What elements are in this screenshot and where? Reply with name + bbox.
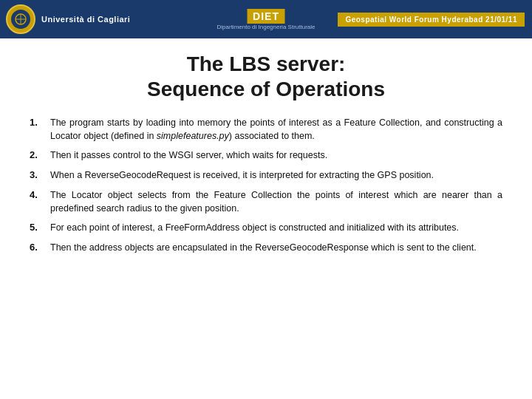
event-badge: Geospatial World Forum Hyderabad 21/01/1… <box>338 13 525 27</box>
list-item: 6. Then the address objects are encapsul… <box>30 241 502 255</box>
list-item: 4. The Locator object selects from the F… <box>30 188 502 215</box>
title-line1: The LBS server: <box>187 52 346 75</box>
header: Università di Cagliari DIET Dipartimento… <box>0 0 532 38</box>
step-text: Then the address objects are encapsulate… <box>50 241 502 255</box>
step-text: Then it passes control to the WSGI serve… <box>50 149 502 163</box>
list-item: 5. For each point of interest, a FreeFor… <box>30 221 502 235</box>
slide-title: The LBS server: Sequence of Operations <box>30 52 502 101</box>
university-title: Università di Cagliari <box>41 15 130 24</box>
title-line2: Sequence of Operations <box>147 78 385 100</box>
university-logo <box>6 4 35 34</box>
step-text: For each point of interest, a FreeFormAd… <box>50 221 502 235</box>
step-text: When a ReverseGeocodeRequest is received… <box>50 168 502 183</box>
event-area: Geospatial World Forum Hyderabad 21/01/1… <box>338 0 525 38</box>
slide: Università di Cagliari DIET Dipartimento… <box>0 0 532 399</box>
main-content: The LBS server: Sequence of Operations 1… <box>0 38 532 273</box>
logo-inner <box>10 8 32 30</box>
list-item: 1. The program starts by loading into me… <box>30 116 502 143</box>
step-number: 5. <box>30 221 44 235</box>
list-item: 3. When a ReverseGeocodeRequest is recei… <box>30 168 502 183</box>
step-number: 4. <box>30 188 44 215</box>
step-number: 2. <box>30 149 44 163</box>
logo-area: Università di Cagliari <box>0 4 130 34</box>
dept-label: Dipartimento di Ingegneria Strutturale <box>217 24 316 30</box>
list-item: 2. Then it passes control to the WSGI se… <box>30 149 502 163</box>
steps-list: 1. The program starts by loading into me… <box>30 116 502 255</box>
step-text: The Locator object selects from the Feat… <box>50 188 502 215</box>
step-text: The program starts by loading into memor… <box>50 116 502 143</box>
diet-label: DIET <box>247 9 285 24</box>
step-number: 3. <box>30 168 44 183</box>
header-center: DIET Dipartimento di Ingegneria Struttur… <box>217 9 316 30</box>
university-name-area: Università di Cagliari <box>41 15 130 24</box>
step-number: 1. <box>30 116 44 143</box>
step-number: 6. <box>30 241 44 255</box>
